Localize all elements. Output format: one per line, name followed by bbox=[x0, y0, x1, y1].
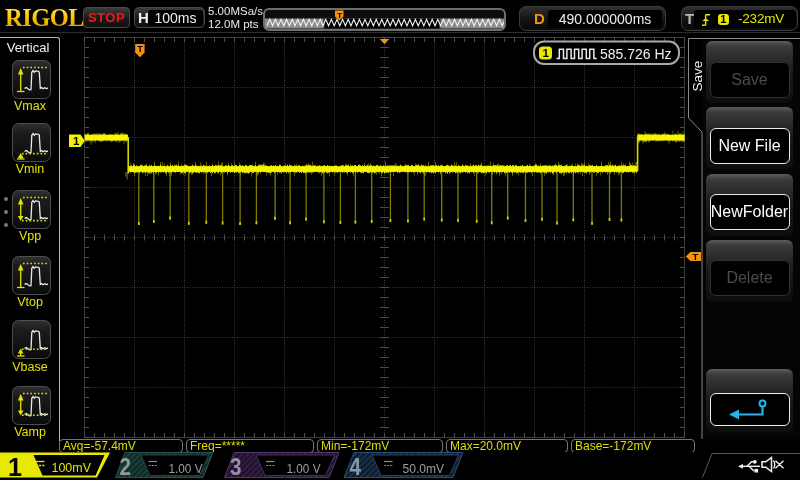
svg-text:585.726 Hz: 585.726 Hz bbox=[600, 46, 672, 62]
svg-text:T: T bbox=[337, 11, 342, 20]
svg-text:2: 2 bbox=[120, 453, 132, 480]
svg-text:T: T bbox=[137, 43, 143, 54]
svg-text:50.0mV: 50.0mV bbox=[403, 461, 445, 476]
svg-text:100mV: 100mV bbox=[52, 460, 92, 475]
svg-text:1: 1 bbox=[543, 47, 550, 59]
svg-text:1.00 V: 1.00 V bbox=[169, 461, 203, 476]
svg-text:T: T bbox=[693, 251, 699, 262]
svg-text:1.00 V: 1.00 V bbox=[287, 461, 321, 476]
svg-text:3: 3 bbox=[230, 453, 242, 480]
svg-text:1: 1 bbox=[8, 452, 22, 480]
svg-text:1: 1 bbox=[73, 135, 80, 147]
svg-text:4: 4 bbox=[350, 453, 362, 480]
